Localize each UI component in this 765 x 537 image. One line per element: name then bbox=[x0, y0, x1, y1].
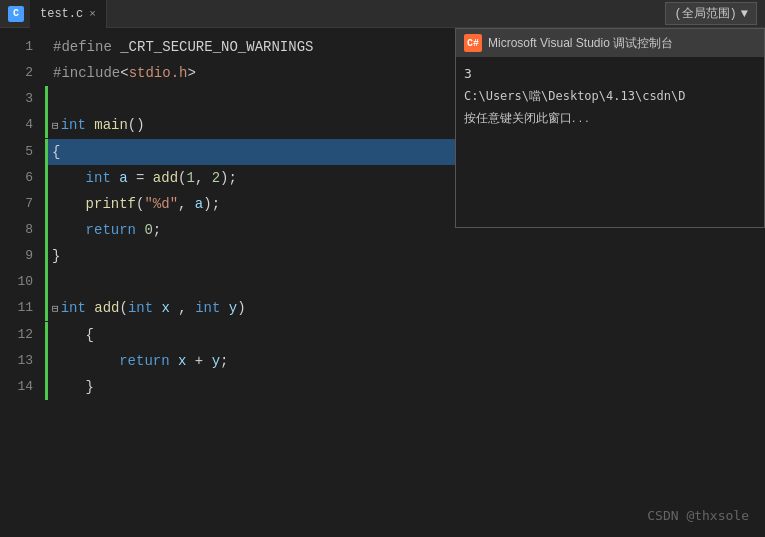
code-line-11: 11 ⊟int add(int x , int y) bbox=[0, 295, 490, 322]
line-content-8: return 0; bbox=[48, 217, 490, 243]
line-content-2: #include<stdio.h> bbox=[49, 60, 490, 86]
line-num-2: 2 bbox=[0, 60, 45, 86]
line-content-9: } bbox=[48, 243, 490, 269]
line-num-13: 13 bbox=[0, 348, 45, 374]
line-num-12: 12 bbox=[0, 322, 45, 348]
code-line-5: 5 { bbox=[0, 139, 490, 165]
line-num-1: 1 bbox=[0, 34, 45, 60]
line-num-6: 6 bbox=[0, 165, 45, 191]
editor-area: 1 #define _CRT_SECURE_NO_WARNINGS 2 #inc… bbox=[0, 28, 765, 537]
code-line-8: 8 return 0; bbox=[0, 217, 490, 243]
console-icon: C# bbox=[464, 34, 482, 52]
app-icon: C bbox=[8, 6, 24, 22]
code-line-6: 6 int a = add(1, 2); bbox=[0, 165, 490, 191]
line-num-14: 14 bbox=[0, 374, 45, 400]
console-body: 3 C:\Users\噹\Desktop\4.13\csdn\D 按任意键关闭此… bbox=[456, 57, 764, 135]
console-line-2: C:\Users\噹\Desktop\4.13\csdn\D bbox=[464, 85, 756, 107]
line-content-6: int a = add(1, 2); bbox=[48, 165, 490, 191]
line-content-13: return x + y; bbox=[48, 348, 490, 374]
console-title: Microsoft Visual Studio 调试控制台 bbox=[488, 35, 673, 52]
line-content-5: { bbox=[48, 139, 490, 165]
line-num-5: 5 bbox=[0, 139, 45, 165]
code-line-3: 3 bbox=[0, 86, 490, 112]
console-panel: C# Microsoft Visual Studio 调试控制台 3 C:\Us… bbox=[455, 28, 765, 228]
code-line-12: 12 { bbox=[0, 322, 490, 348]
code-line-2: 2 #include<stdio.h> bbox=[0, 60, 490, 86]
indicator-10 bbox=[45, 269, 48, 295]
console-line-3: 按任意键关闭此窗口. . . bbox=[464, 107, 756, 129]
line-content-7: printf("%d", a); bbox=[48, 191, 490, 217]
scope-label: (全局范围) bbox=[674, 5, 736, 22]
line-num-7: 7 bbox=[0, 191, 45, 217]
code-editor[interactable]: 1 #define _CRT_SECURE_NO_WARNINGS 2 #inc… bbox=[0, 28, 490, 537]
line-content-14: } bbox=[48, 374, 490, 400]
indicator-3 bbox=[45, 86, 48, 112]
line-content-11: ⊟int add(int x , int y) bbox=[48, 295, 490, 322]
line-num-3: 3 bbox=[0, 86, 45, 112]
console-line-1: 3 bbox=[464, 63, 756, 85]
title-bar: C test.c × (全局范围) ▼ bbox=[0, 0, 765, 28]
scope-selector[interactable]: (全局范围) ▼ bbox=[665, 2, 757, 25]
dropdown-arrow-icon: ▼ bbox=[741, 7, 748, 21]
file-tab[interactable]: test.c × bbox=[30, 0, 107, 28]
code-line-7: 7 printf("%d", a); bbox=[0, 191, 490, 217]
code-line-13: 13 return x + y; bbox=[0, 348, 490, 374]
line-num-11: 11 bbox=[0, 295, 45, 321]
watermark: CSDN @thxsole bbox=[647, 508, 749, 523]
code-line-1: 1 #define _CRT_SECURE_NO_WARNINGS bbox=[0, 34, 490, 60]
code-lines: 1 #define _CRT_SECURE_NO_WARNINGS 2 #inc… bbox=[0, 28, 490, 400]
line-num-8: 8 bbox=[0, 217, 45, 243]
code-line-14: 14 } bbox=[0, 374, 490, 400]
code-line-10: 10 bbox=[0, 269, 490, 295]
line-content-1: #define _CRT_SECURE_NO_WARNINGS bbox=[49, 34, 490, 60]
line-num-4: 4 bbox=[0, 112, 45, 138]
line-num-10: 10 bbox=[0, 269, 45, 295]
tab-close-button[interactable]: × bbox=[89, 8, 96, 20]
code-line-4: 4 ⊟int main() bbox=[0, 112, 490, 139]
code-line-9: 9 } bbox=[0, 243, 490, 269]
line-content-12: { bbox=[48, 322, 490, 348]
line-num-9: 9 bbox=[0, 243, 45, 269]
tab-filename: test.c bbox=[40, 7, 83, 21]
line-content-4: ⊟int main() bbox=[48, 112, 490, 139]
console-header: C# Microsoft Visual Studio 调试控制台 bbox=[456, 29, 764, 57]
